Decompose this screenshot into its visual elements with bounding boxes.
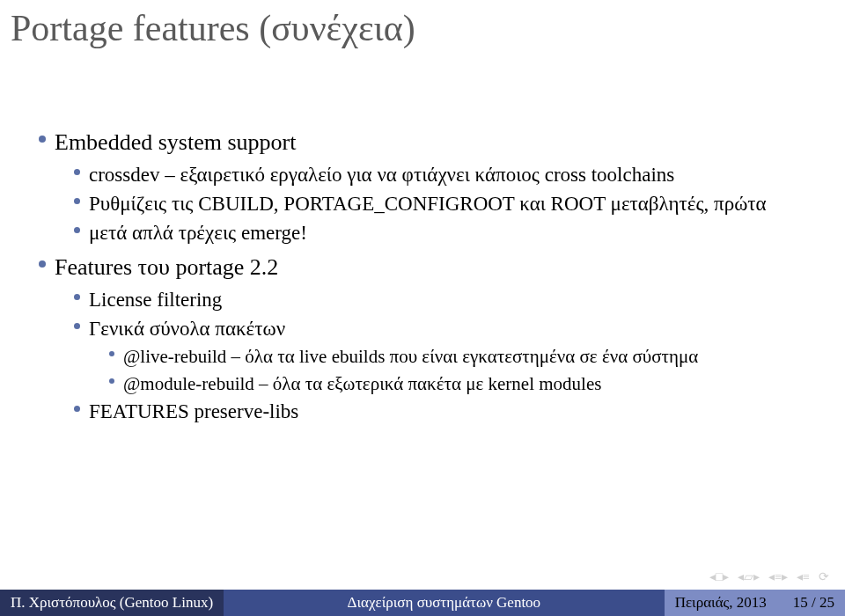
- bullet-level2: License filtering: [74, 286, 819, 313]
- bullet-level3: @module-rebuild – όλα τα εξωτερικά πακέτ…: [109, 371, 819, 396]
- bullet-level2: μετά απλά τρέχεις emerge!: [74, 219, 819, 246]
- bullet-level2: FEATURES preserve-libs: [74, 398, 819, 425]
- bullet-level2: crossdev – εξαιρετικό εργαλείο για να φτ…: [74, 161, 819, 188]
- bullet-text: @live-rebuild – όλα τα live ebuilds που …: [123, 344, 819, 369]
- bullet-icon: [39, 136, 46, 143]
- nav-search-icon[interactable]: ⟳: [819, 569, 829, 584]
- bullet-text: License filtering: [89, 286, 819, 313]
- footer-date: Πειραιάς, 2013: [665, 590, 777, 616]
- bullet-text: FEATURES preserve-libs: [89, 398, 819, 425]
- bullet-icon: [74, 198, 80, 204]
- footer-page-number: 15 / 25: [777, 590, 845, 616]
- footer-title: Διαχείριση συστημάτων Gentoo: [224, 590, 665, 616]
- bullet-text: μετά απλά τρέχεις emerge!: [89, 219, 819, 246]
- slide-title: Portage features (συνέχεια): [11, 7, 415, 49]
- slide-footer: Π. Χριστόπουλος (Gentoo Linux) Διαχείρισ…: [0, 590, 845, 616]
- nav-prev-frame-icon[interactable]: ◂▱▸: [738, 569, 760, 584]
- nav-next-section-icon[interactable]: ◂≡: [797, 569, 810, 584]
- bullet-level1: Embedded system support: [39, 127, 819, 158]
- bullet-text: Embedded system support: [55, 127, 819, 158]
- bullet-level2: Γενικά σύνολα πακέτων: [74, 315, 819, 342]
- footer-author: Π. Χριστόπουλος (Gentoo Linux): [0, 590, 224, 616]
- bullet-level3: @live-rebuild – όλα τα live ebuilds που …: [109, 344, 819, 369]
- bullet-icon: [109, 378, 114, 384]
- bullet-text: Ρυθμίζεις τις CBUILD, PORTAGE_CONFIGROOT…: [89, 190, 819, 217]
- beamer-nav-icons: ◂□▸ ◂▱▸ ◂≡▸ ◂≡ ⟳: [709, 569, 829, 584]
- nav-prev-slide-icon[interactable]: ◂□▸: [709, 569, 729, 584]
- bullet-text: Features του portage 2.2: [55, 252, 819, 282]
- bullet-icon: [74, 227, 80, 233]
- nav-prev-section-icon[interactable]: ◂≡▸: [768, 569, 788, 584]
- bullet-icon: [39, 260, 46, 268]
- bullet-text: crossdev – εξαιρετικό εργαλείο για να φτ…: [89, 161, 819, 188]
- bullet-icon: [74, 406, 80, 412]
- bullet-icon: [74, 323, 80, 329]
- bullet-text: @module-rebuild – όλα τα εξωτερικά πακέτ…: [123, 371, 819, 396]
- bullet-icon: [109, 351, 114, 356]
- bullet-level2: Ρυθμίζεις τις CBUILD, PORTAGE_CONFIGROOT…: [74, 190, 819, 217]
- slide-content: Embedded system support crossdev – εξαιρ…: [39, 123, 819, 427]
- bullet-icon: [74, 294, 80, 300]
- bullet-text: Γενικά σύνολα πακέτων: [89, 315, 819, 342]
- bullet-level1: Features του portage 2.2: [39, 252, 819, 282]
- bullet-icon: [74, 169, 80, 175]
